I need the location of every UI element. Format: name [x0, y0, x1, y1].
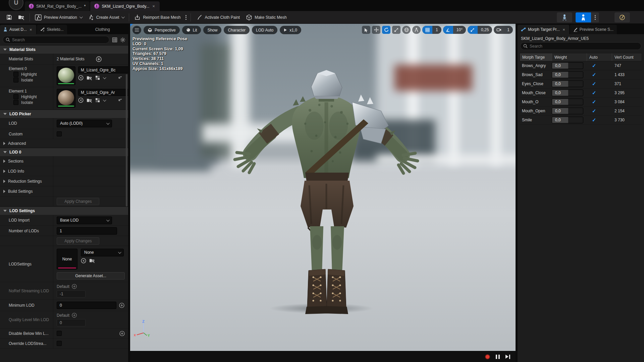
paint-mode-button[interactable] [614, 12, 630, 22]
section-lod0[interactable]: LOD 0 [0, 148, 128, 156]
morph-search[interactable] [520, 42, 641, 50]
details-search-input[interactable] [12, 38, 106, 42]
tab-clothing[interactable]: Clothing [92, 25, 113, 34]
reimport-base-mesh-button[interactable]: Reimport Base Mesh [131, 12, 183, 22]
perspective-button[interactable]: Perspective [144, 26, 180, 34]
display-filter-icon[interactable] [112, 37, 117, 43]
morph-search-input[interactable] [530, 44, 638, 49]
morph-row-mouth-open[interactable]: Mouth_Open 0,0 ✓ 2 154 [520, 107, 642, 116]
auto-checkbox[interactable]: ✓ [592, 108, 596, 114]
create-asset-button[interactable]: Create Asset [85, 12, 127, 22]
use-selected-asset-icon[interactable] [81, 258, 86, 263]
grid-snap-control[interactable]: 1 [422, 26, 441, 34]
num-lods-input[interactable] [57, 227, 117, 235]
viewport[interactable]: Perspective Lit Show Character LOD Auto … [130, 24, 516, 362]
lodsettings-thumbnail[interactable]: None [57, 249, 77, 269]
browse-to-asset-button[interactable] [15, 12, 28, 22]
translate-tool-button[interactable] [372, 26, 380, 34]
close-tab-icon[interactable]: × [152, 4, 156, 9]
auto-checkbox[interactable]: ✓ [592, 72, 596, 77]
material-thumbnail[interactable] [57, 66, 75, 85]
min-lod-input[interactable] [57, 302, 116, 309]
make-static-mesh-button[interactable]: Make Static Mesh [243, 12, 289, 22]
tab-morph-target-preview[interactable]: Morph Target Pr... × [518, 25, 569, 34]
disable-below-checkbox[interactable] [57, 331, 62, 336]
weight-spinbox[interactable]: 0,0 [552, 71, 583, 78]
generate-asset-button[interactable]: Generate Asset... [57, 272, 125, 280]
tab-skeleton-tree[interactable]: Skeleto... [37, 25, 67, 34]
scale-snap-control[interactable]: 0,25 [468, 26, 492, 34]
weight-spinbox[interactable]: 0,0 [552, 108, 583, 114]
noref-input[interactable] [57, 290, 86, 298]
section-lod-picker[interactable]: LOD Picker [0, 110, 128, 118]
chevron-down-icon[interactable] [103, 98, 106, 102]
skeleton-mode-button[interactable] [557, 12, 572, 22]
section-material-slots[interactable]: Material Slots [0, 45, 128, 54]
weight-spinbox[interactable]: 0,0 [552, 62, 583, 69]
browse-asset-icon[interactable] [87, 75, 92, 80]
step-forward-button[interactable] [505, 355, 511, 359]
show-button[interactable]: Show [203, 26, 221, 34]
details-search[interactable] [3, 36, 109, 44]
use-selected-asset-icon[interactable] [78, 75, 84, 80]
add-per-platform-icon[interactable] [119, 331, 125, 336]
camera-follow-button[interactable] [412, 26, 421, 34]
mesh-mode-button[interactable] [576, 12, 591, 22]
lod-import-dropdown[interactable]: Base LOD [57, 217, 112, 224]
preview-animation-button[interactable]: Preview Animation [32, 12, 85, 22]
character-button[interactable]: Character [224, 26, 250, 34]
header-vert-count[interactable]: Vert Count [612, 53, 642, 61]
sections-expander[interactable]: Sections [0, 156, 128, 166]
morph-row-brows-angry[interactable]: Brows_Angry 0,0 ✓ 747 [520, 61, 642, 70]
build-settings-expander[interactable]: Build Settings [0, 186, 128, 196]
coordinate-space-button[interactable] [402, 26, 411, 34]
header-morph-target[interactable]: Morph Targe [520, 53, 552, 61]
browse-asset-icon[interactable] [89, 258, 95, 263]
morph-row-mouth-o[interactable]: Mouth_O 0,0 ✓ 3 084 [520, 98, 642, 107]
section-lod-settings[interactable]: LOD Settings [0, 206, 128, 215]
highlight-checkbox[interactable] [13, 94, 18, 99]
morph-row-eyes-close[interactable]: Eyes_Close 0,0 ✓ 371 [520, 79, 642, 88]
header-auto[interactable]: Auto [587, 53, 612, 61]
lod-auto-button[interactable]: LOD Auto [252, 26, 277, 34]
tab-skm-rat-ogre[interactable]: SKM_Rat_Ogre_Body_... * [25, 1, 90, 11]
add-override-icon[interactable] [72, 284, 77, 289]
auto-checkbox[interactable]: ✓ [592, 117, 596, 123]
playback-timeline[interactable] [130, 351, 516, 362]
browse-asset-icon[interactable] [87, 98, 92, 103]
checker-icon[interactable] [95, 75, 100, 80]
apply-changes-button[interactable]: Apply Changes [57, 198, 99, 205]
material-asset-field[interactable]: M_Lizard_Ogre_Bc [78, 66, 128, 73]
weight-spinbox[interactable]: 0,0 [552, 99, 583, 105]
close-tab-icon[interactable]: × [29, 27, 33, 32]
add-per-platform-icon[interactable] [119, 303, 124, 308]
close-tab-icon[interactable]: × [562, 27, 566, 32]
lit-button[interactable]: Lit [182, 26, 201, 34]
scale-tool-button[interactable] [392, 26, 400, 34]
tab-preview-scene-settings[interactable]: Preview Scene S... [570, 25, 617, 34]
playback-speed-button[interactable]: x1,0 [280, 26, 301, 34]
save-button[interactable] [3, 12, 15, 22]
reimport-options-icon[interactable] [183, 15, 189, 20]
header-weight[interactable]: Weight [552, 53, 587, 61]
settings-gear-icon[interactable] [120, 37, 125, 43]
use-selected-asset-icon[interactable] [78, 98, 84, 103]
rotate-tool-button[interactable] [382, 26, 390, 34]
advanced-expander[interactable]: Advanced [0, 139, 128, 148]
reset-to-default-icon[interactable] [118, 98, 123, 103]
highlight-checkbox[interactable] [13, 72, 18, 77]
reduction-settings-expander[interactable]: Reduction Settings [0, 176, 128, 186]
apply-changes-button[interactable]: Apply Changes [57, 237, 99, 245]
isolate-checkbox[interactable] [13, 77, 18, 82]
left-panel-scrollbar[interactable] [126, 74, 127, 206]
activate-cloth-paint-button[interactable]: Activate Cloth Paint [193, 12, 243, 22]
lodsettings-dropdown[interactable]: None [81, 249, 124, 256]
add-override-icon[interactable] [72, 313, 77, 318]
weight-spinbox[interactable]: 0,0 [552, 89, 583, 96]
select-tool-button[interactable] [362, 26, 370, 34]
morph-row-smile[interactable]: Smile 0,0 ✓ 3 730 [520, 116, 642, 125]
override-checkbox[interactable] [57, 341, 62, 346]
lod-dropdown[interactable]: Auto (LOD0) [57, 120, 112, 127]
auto-checkbox[interactable]: ✓ [592, 63, 596, 68]
weight-spinbox[interactable]: 0,0 [552, 117, 583, 123]
